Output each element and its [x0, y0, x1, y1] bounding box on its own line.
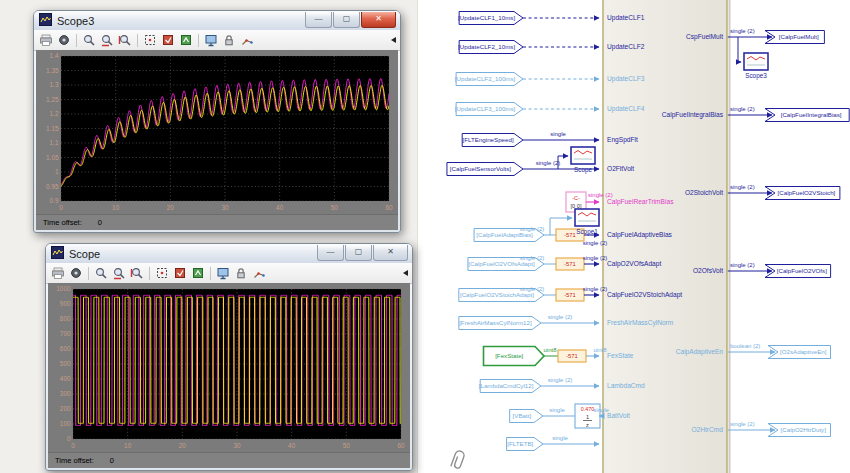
- parameters-icon: [57, 33, 71, 47]
- zoom-button[interactable]: [93, 265, 109, 281]
- autoscale-button[interactable]: [142, 32, 158, 48]
- from-block-label: [FexState]: [495, 352, 523, 359]
- restore-axes-button[interactable]: [178, 32, 194, 48]
- from-block-label: [UpdateCLF2_100ms]: [455, 75, 516, 82]
- outport-label: CalpAdaptiveEn: [676, 348, 724, 356]
- save-axes-button[interactable]: [160, 32, 176, 48]
- x-tick-label: 30: [221, 204, 229, 211]
- save-axes-icon: [173, 266, 187, 280]
- parameters-icon: [69, 266, 83, 280]
- inport-label: LambdaCmd: [607, 382, 645, 389]
- x-tick-label: 50: [343, 442, 351, 449]
- goto-block-label: [CalpFuelMult]: [779, 33, 819, 40]
- scope-block[interactable]: [575, 209, 599, 226]
- x-tick-label: 60: [397, 442, 405, 449]
- signal-selection-button[interactable]: [251, 265, 267, 281]
- zoom-icon: [82, 33, 96, 47]
- from-block-label: [FreshAirMassCylNorm12]: [459, 319, 532, 326]
- datatype-label: uint8: [593, 347, 607, 353]
- datatype-label: single (2): [536, 160, 561, 166]
- zoom-y-button[interactable]: [117, 32, 133, 48]
- datatype-label: single (2): [583, 255, 608, 261]
- x-tick-label: 40: [288, 442, 296, 449]
- minimize-button[interactable]: —: [317, 245, 344, 261]
- restore-axes-button[interactable]: [190, 265, 206, 281]
- toolbar-overflow-arrow[interactable]: [403, 270, 408, 276]
- goto-block-label: [CalpFuelO2VOfs]: [777, 267, 827, 274]
- titlebar[interactable]: Scope3—▢✕: [34, 11, 400, 30]
- lock-axes-button[interactable]: [233, 265, 249, 281]
- x-tick-label: 30: [233, 442, 241, 449]
- scope-block-name: Scope1: [576, 228, 598, 236]
- window-buttons: —▢✕: [317, 245, 408, 261]
- from-block-label: [UpdateCLF3_100ms]: [455, 105, 516, 112]
- from-block-label: [FLTETB]: [507, 440, 533, 447]
- rate-transition-label: -571: [566, 353, 578, 359]
- scope3-window[interactable]: Scope3—▢✕01020304050600.90.9511.051.11.1…: [33, 10, 401, 233]
- toolbar-separator: [137, 34, 138, 47]
- lock-axes-button[interactable]: [221, 32, 237, 48]
- scope-window[interactable]: Scope—▢✕01020304050600100200300400500600…: [45, 243, 413, 471]
- toolbar-overflow-arrow[interactable]: [391, 37, 396, 43]
- y-tick-label: 200: [60, 405, 71, 412]
- zoom-button[interactable]: [81, 32, 97, 48]
- from-block-label: [CalpFuelO2VStoichAdapt]: [460, 291, 534, 298]
- datatype-label: single (2): [730, 106, 755, 112]
- inport-label: CalpFuelO2VStoichAdapt: [607, 291, 682, 299]
- restore-axes-icon: [191, 266, 205, 280]
- datatype-label: single: [549, 407, 565, 413]
- save-axes-icon: [161, 33, 175, 47]
- goto-block-label: [O2sAdaptiveEn]: [780, 348, 827, 355]
- zoom-x-button[interactable]: [111, 265, 127, 281]
- close-button[interactable]: ✕: [361, 12, 396, 28]
- print-icon: [39, 33, 53, 47]
- y-tick-label: 1: [55, 168, 59, 175]
- time-offset-value: 0: [98, 218, 102, 227]
- signal-selection-button[interactable]: [239, 32, 255, 48]
- x-tick-label: 0: [59, 204, 63, 211]
- print-button[interactable]: [38, 32, 54, 48]
- scope-block[interactable]: [744, 53, 768, 70]
- outport-label: CspFuelMult: [686, 33, 723, 41]
- from-block-label: [CalpFuelSensorVolts]: [450, 165, 511, 172]
- from-block-label: [FLTEngineSpeed]: [463, 136, 514, 143]
- scope-plot-area: 0102030405060010020030040050060070080090…: [48, 283, 410, 453]
- paperclip-icon[interactable]: [451, 450, 465, 470]
- zoom-y-button[interactable]: [129, 265, 145, 281]
- close-button[interactable]: ✕: [373, 245, 408, 261]
- inport-label: O2FltVolt: [607, 165, 634, 172]
- titlebar[interactable]: Scope—▢✕: [46, 244, 412, 263]
- inport-label: CalpO2VOfsAdapt: [607, 260, 661, 268]
- y-tick-label: 800: [60, 315, 71, 322]
- maximize-button[interactable]: ▢: [333, 12, 360, 28]
- print-button[interactable]: [50, 265, 66, 281]
- outport-label: CalpFuelIntegralBias: [662, 111, 724, 119]
- save-axes-button[interactable]: [172, 265, 188, 281]
- zoom-x-button[interactable]: [99, 32, 115, 48]
- y-tick-label: 1.15: [46, 125, 59, 132]
- floating-scope-button[interactable]: [215, 265, 231, 281]
- scope-block[interactable]: [571, 147, 595, 164]
- rate-transition-label: -571: [564, 261, 576, 267]
- toolbar-separator: [76, 34, 77, 47]
- time-offset-label: Time offset:: [55, 456, 94, 465]
- maximize-button[interactable]: ▢: [345, 245, 372, 261]
- scope-statusbar: Time offset:0: [36, 214, 398, 230]
- from-block-label: [VBatt]: [513, 412, 532, 419]
- autoscale-button[interactable]: [154, 265, 170, 281]
- y-tick-label: 500: [60, 360, 71, 367]
- inport-label: UpdateCLF1: [607, 14, 645, 22]
- parameters-button[interactable]: [56, 32, 72, 48]
- y-tick-label: 1.25: [46, 96, 59, 103]
- toolbar-separator: [198, 34, 199, 47]
- lock-axes-icon: [222, 33, 236, 47]
- minimize-button[interactable]: —: [305, 12, 332, 28]
- y-tick-label: 400: [60, 375, 71, 382]
- parameters-button[interactable]: [68, 265, 84, 281]
- datatype-label: single (2): [588, 192, 613, 198]
- floating-scope-button[interactable]: [203, 32, 219, 48]
- inport-label: FreshAirMassCylNorm: [607, 319, 674, 327]
- x-tick-label: 10: [124, 442, 132, 449]
- datatype-label: single: [552, 435, 568, 441]
- datatype-label: single (2): [730, 421, 755, 427]
